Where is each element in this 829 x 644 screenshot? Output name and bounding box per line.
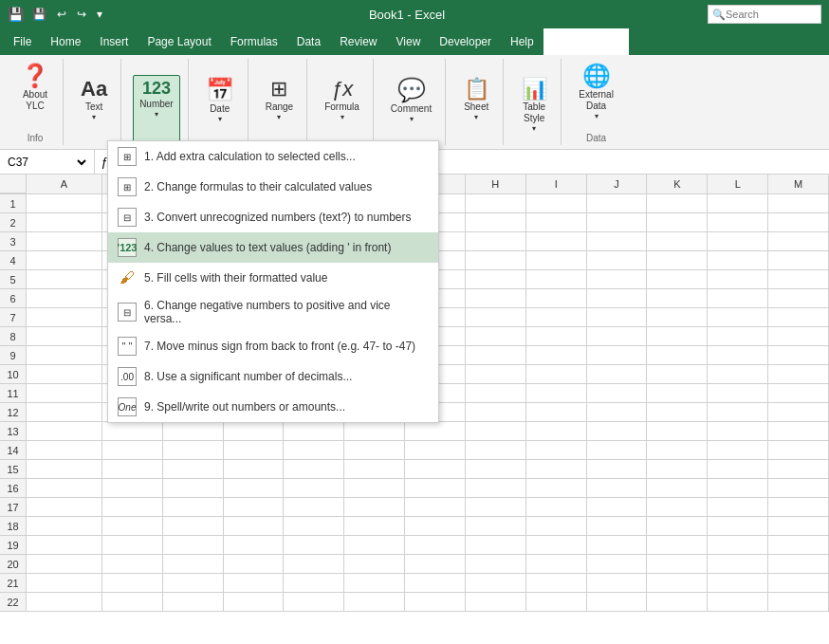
cell[interactable] <box>768 403 829 422</box>
cell[interactable] <box>163 460 224 479</box>
cell[interactable] <box>466 213 526 232</box>
cell[interactable] <box>405 555 466 574</box>
cell[interactable] <box>708 403 768 422</box>
cell[interactable] <box>526 365 587 384</box>
name-box-select[interactable]: C37 <box>4 155 89 170</box>
cell[interactable] <box>526 441 587 460</box>
cell[interactable] <box>526 498 587 517</box>
cell[interactable] <box>526 403 587 422</box>
ribbon-external-data[interactable]: 🌐 ExternalData ▾ <box>573 61 619 129</box>
cell[interactable] <box>466 441 526 460</box>
cell[interactable] <box>466 327 526 346</box>
cell[interactable] <box>224 498 285 517</box>
cell[interactable] <box>284 498 344 517</box>
cell[interactable] <box>587 574 648 593</box>
cell[interactable] <box>163 517 224 536</box>
cell[interactable] <box>284 460 344 479</box>
cell[interactable] <box>102 517 163 536</box>
cell[interactable] <box>27 441 102 460</box>
cell[interactable] <box>708 327 768 346</box>
cell[interactable] <box>768 555 829 574</box>
cell[interactable] <box>102 441 163 460</box>
cell[interactable] <box>647 232 708 251</box>
cell[interactable] <box>466 232 526 251</box>
cell[interactable] <box>405 574 466 593</box>
cell[interactable] <box>27 232 102 251</box>
cell[interactable] <box>27 194 102 213</box>
cell[interactable] <box>526 213 587 232</box>
cell[interactable] <box>224 574 285 593</box>
redo-button[interactable]: ↪ <box>73 6 90 23</box>
cell[interactable] <box>102 422 163 441</box>
cell[interactable] <box>587 517 648 536</box>
cell[interactable] <box>344 593 405 612</box>
cell[interactable] <box>708 251 768 270</box>
cell[interactable] <box>587 289 648 308</box>
menu-home[interactable]: Home <box>41 28 90 55</box>
cell[interactable] <box>708 479 768 498</box>
cell[interactable] <box>647 384 708 403</box>
dropdown-item-3[interactable]: ⊟ 3. Convert unrecognized numbers (text?… <box>108 202 438 232</box>
cell[interactable] <box>768 574 829 593</box>
cell[interactable] <box>27 365 102 384</box>
cell[interactable] <box>466 536 526 555</box>
cell[interactable] <box>27 403 102 422</box>
cell[interactable] <box>708 194 768 213</box>
cell[interactable] <box>344 498 405 517</box>
cell[interactable] <box>344 441 405 460</box>
cell[interactable] <box>102 536 163 555</box>
cell[interactable] <box>587 593 648 612</box>
cell[interactable] <box>708 498 768 517</box>
cell[interactable] <box>405 479 466 498</box>
menu-ylc-utilities[interactable]: YLC Utilities <box>543 28 630 55</box>
cell[interactable] <box>224 441 285 460</box>
cell[interactable] <box>344 517 405 536</box>
cell[interactable] <box>708 574 768 593</box>
cell[interactable] <box>587 213 648 232</box>
cell[interactable] <box>647 574 708 593</box>
cell[interactable] <box>27 346 102 365</box>
cell[interactable] <box>163 555 224 574</box>
cell[interactable] <box>466 289 526 308</box>
menu-page-layout[interactable]: Page Layout <box>138 28 220 55</box>
cell[interactable] <box>284 593 344 612</box>
cell[interactable] <box>647 593 708 612</box>
cell[interactable] <box>27 289 102 308</box>
cell[interactable] <box>526 384 587 403</box>
cell[interactable] <box>163 574 224 593</box>
cell[interactable] <box>587 498 648 517</box>
cell[interactable] <box>768 460 829 479</box>
dropdown-item-1[interactable]: ⊞ 1. Add extra calculation to selected c… <box>108 141 438 172</box>
cell[interactable] <box>768 517 829 536</box>
cell[interactable] <box>708 232 768 251</box>
ribbon-sheet[interactable]: 📋 Sheet ▾ <box>457 75 495 143</box>
cell[interactable] <box>708 213 768 232</box>
cell[interactable] <box>102 555 163 574</box>
cell[interactable] <box>587 308 648 327</box>
cell[interactable] <box>768 251 829 270</box>
cell[interactable] <box>466 251 526 270</box>
dropdown-item-6[interactable]: ⊟ 6. Change negative numbers to positive… <box>108 293 438 331</box>
cell[interactable] <box>466 574 526 593</box>
cell[interactable] <box>768 213 829 232</box>
cell[interactable] <box>284 479 344 498</box>
cell[interactable] <box>27 327 102 346</box>
cell[interactable] <box>466 270 526 289</box>
save-button[interactable]: 💾 <box>28 6 50 23</box>
cell[interactable] <box>587 479 648 498</box>
ribbon-about-ylc[interactable]: ❓ AboutYLC <box>15 61 55 129</box>
cell[interactable] <box>708 536 768 555</box>
cell[interactable] <box>163 498 224 517</box>
cell[interactable] <box>647 498 708 517</box>
cell[interactable] <box>708 365 768 384</box>
cell[interactable] <box>526 536 587 555</box>
cell[interactable] <box>587 460 648 479</box>
cell[interactable] <box>27 251 102 270</box>
cell[interactable] <box>224 555 285 574</box>
cell[interactable] <box>405 517 466 536</box>
cell[interactable] <box>405 593 466 612</box>
cell[interactable] <box>284 555 344 574</box>
cell[interactable] <box>526 593 587 612</box>
cell[interactable] <box>647 536 708 555</box>
cell[interactable] <box>526 555 587 574</box>
